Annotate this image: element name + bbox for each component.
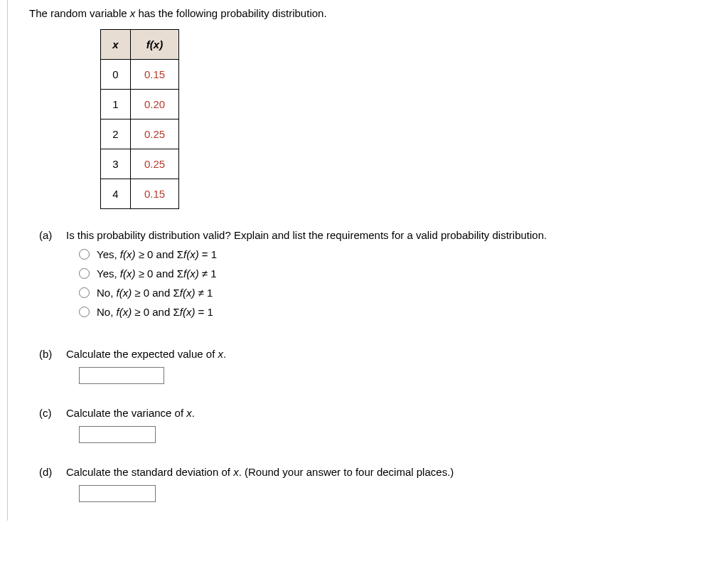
cell-fx: 0.20 — [131, 90, 179, 119]
text-pre: Calculate the standard deviation of — [66, 466, 233, 478]
part-c-body: Calculate the variance of x. — [66, 407, 719, 443]
text-post: . — [223, 348, 226, 360]
distribution-table: x f(x) 0 0.15 1 0.20 2 0.25 3 0.25 4 0.1… — [100, 29, 179, 209]
header-fx: f(x) — [146, 38, 163, 50]
choice-fx2: f(x) — [183, 248, 199, 260]
text-pre: Calculate the expected value of — [66, 348, 218, 360]
choice-fx: f(x) — [117, 287, 132, 299]
choice-pre: Yes, — [97, 267, 120, 280]
intro-pre: The random variable — [29, 7, 130, 19]
radio-choice-1[interactable] — [79, 249, 90, 260]
choice-fx2: f(x) — [180, 306, 196, 318]
part-b-body: Calculate the expected value of x. — [66, 348, 719, 384]
text-post: . (Round your answer to four decimal pla… — [239, 466, 454, 478]
radio-choice-4[interactable] — [79, 307, 90, 317]
choice-fx: f(x) — [120, 267, 136, 280]
part-b: (b) Calculate the expected value of x. — [39, 348, 719, 384]
choice-4[interactable]: No, f(x) ≥ 0 and Σf(x) = 1 — [79, 306, 719, 318]
cell-x: 4 — [101, 179, 131, 209]
part-a-label: (a) — [39, 229, 66, 241]
cell-fx: 0.25 — [131, 149, 179, 179]
choice-pre: No, — [97, 306, 117, 318]
cell-x: 2 — [101, 119, 131, 149]
part-d-body: Calculate the standard deviation of x. (… — [66, 466, 719, 502]
choice-post: ≠ 1 — [199, 267, 217, 280]
part-a-text: Is this probability distribution valid? … — [66, 229, 719, 241]
expected-value-input[interactable] — [79, 367, 164, 384]
intro-text: The random variable x has the following … — [29, 7, 719, 19]
choice-mid: ≥ 0 and Σ — [132, 287, 180, 299]
question-page: The random variable x has the following … — [7, 0, 719, 521]
choice-post: = 1 — [199, 248, 217, 260]
cell-x: 3 — [101, 149, 131, 179]
radio-choice-2[interactable] — [79, 268, 90, 279]
cell-fx: 0.25 — [131, 119, 179, 149]
text-post: . — [192, 407, 195, 419]
part-d: (d) Calculate the standard deviation of … — [39, 466, 719, 502]
table-row: 4 0.15 — [101, 179, 179, 209]
stddev-input[interactable] — [79, 485, 156, 502]
choice-mid: ≥ 0 and Σ — [135, 267, 183, 280]
part-b-label: (b) — [39, 348, 66, 360]
cell-fx: 0.15 — [131, 179, 179, 209]
choice-post: = 1 — [195, 306, 213, 318]
part-a: (a) Is this probability distribution val… — [39, 229, 719, 325]
part-c-text: Calculate the variance of x. — [66, 407, 719, 419]
choice-fx2: f(x) — [180, 287, 196, 299]
choice-text: No, f(x) ≥ 0 and Σf(x) = 1 — [97, 306, 213, 318]
choice-mid: ≥ 0 and Σ — [132, 306, 180, 318]
choice-3[interactable]: No, f(x) ≥ 0 and Σf(x) ≠ 1 — [79, 287, 719, 299]
table-row: 2 0.25 — [101, 119, 179, 149]
choice-text: Yes, f(x) ≥ 0 and Σf(x) = 1 — [97, 248, 217, 260]
part-c: (c) Calculate the variance of x. — [39, 407, 719, 443]
choice-pre: Yes, — [97, 248, 120, 260]
table-row: 1 0.20 — [101, 90, 179, 119]
radio-choice-3[interactable] — [79, 287, 90, 298]
choice-2[interactable]: Yes, f(x) ≥ 0 and Σf(x) ≠ 1 — [79, 267, 719, 280]
cell-x: 0 — [101, 60, 131, 90]
cell-fx: 0.15 — [131, 60, 179, 90]
part-d-label: (d) — [39, 466, 66, 478]
choice-post: ≠ 1 — [195, 287, 213, 299]
part-b-text: Calculate the expected value of x. — [66, 348, 719, 360]
variance-input[interactable] — [79, 426, 156, 443]
header-x: x — [112, 38, 118, 50]
intro-post: has the following probability distributi… — [135, 7, 326, 19]
table-header-row: x f(x) — [101, 30, 179, 60]
choice-fx: f(x) — [117, 306, 132, 318]
text-pre: Calculate the variance of — [66, 407, 186, 419]
choice-1[interactable]: Yes, f(x) ≥ 0 and Σf(x) = 1 — [79, 248, 719, 260]
cell-x: 1 — [101, 90, 131, 119]
choice-text: Yes, f(x) ≥ 0 and Σf(x) ≠ 1 — [97, 267, 217, 280]
text-var: x — [186, 407, 192, 419]
text-var: x — [233, 466, 239, 478]
choice-text: No, f(x) ≥ 0 and Σf(x) ≠ 1 — [97, 287, 213, 299]
choice-fx: f(x) — [120, 248, 136, 260]
text-var: x — [218, 348, 223, 360]
part-d-text: Calculate the standard deviation of x. (… — [66, 466, 719, 478]
table-row: 3 0.25 — [101, 149, 179, 179]
table-row: 0 0.15 — [101, 60, 179, 90]
choice-pre: No, — [97, 287, 117, 299]
choice-fx2: f(x) — [183, 267, 199, 280]
choice-mid: ≥ 0 and Σ — [135, 248, 183, 260]
part-a-body: Is this probability distribution valid? … — [66, 229, 719, 325]
part-c-label: (c) — [39, 407, 66, 419]
